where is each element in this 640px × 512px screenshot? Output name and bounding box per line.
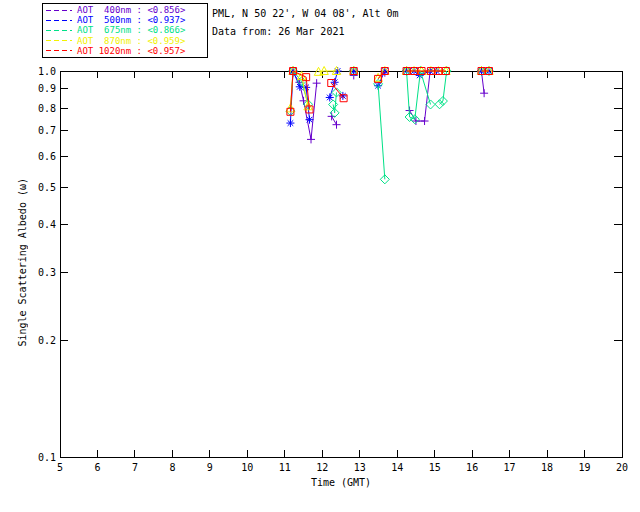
- y-axis-ticks: [60, 71, 622, 457]
- y-tick-label: 0.2: [38, 335, 56, 346]
- x-tick-label: 20: [616, 462, 628, 473]
- y-tick-label: 0.5: [38, 182, 56, 193]
- axes: [60, 71, 622, 457]
- data-point-plus: [307, 135, 315, 143]
- x-tick-label: 10: [241, 462, 253, 473]
- y-tick-label: 1.0: [38, 66, 56, 77]
- series-line: [378, 84, 385, 179]
- x-tick-label: 18: [541, 462, 553, 473]
- ssa-chart: 5678910111213141516171819201.00.90.80.70…: [0, 0, 640, 512]
- x-tick-label: 19: [579, 462, 591, 473]
- data-point-asterisk: [286, 119, 294, 127]
- x-tick-label: 17: [504, 462, 516, 473]
- y-tick-label: 0.8: [38, 103, 56, 114]
- x-tick-label: 11: [279, 462, 291, 473]
- x-tick-label: 13: [354, 462, 366, 473]
- series-aot-400nm: [289, 67, 488, 143]
- y-tick-label: 0.4: [38, 219, 56, 230]
- data-point-plus: [328, 112, 336, 120]
- y-tick-label: 0.7: [38, 125, 56, 136]
- y-axis-tick-labels: 1.00.90.80.70.60.50.40.30.20.1: [38, 66, 56, 463]
- data-point-plus: [333, 121, 341, 129]
- ssa-plot-page: AOT 400nm : <0.856>AOT 500nm : <0.937>AO…: [0, 0, 640, 512]
- series-aot-500nm: [286, 67, 493, 127]
- x-tick-label: 14: [391, 462, 403, 473]
- data-point-asterisk: [306, 116, 314, 124]
- data-point-plus: [480, 89, 488, 97]
- data-point-plus: [313, 79, 321, 87]
- y-axis-label: Single Scattering Albedo (ω): [17, 178, 28, 347]
- x-tick-label: 5: [57, 462, 63, 473]
- y-tick-label: 0.9: [38, 83, 56, 94]
- x-tick-label: 15: [429, 462, 441, 473]
- x-axis-tick-labels: 567891011121314151617181920: [57, 462, 628, 473]
- data-point-plus: [421, 117, 429, 125]
- x-tick-label: 6: [94, 462, 100, 473]
- series-aot-870nm: [286, 67, 493, 112]
- x-tick-label: 9: [207, 462, 213, 473]
- x-tick-label: 16: [466, 462, 478, 473]
- y-tick-label: 0.6: [38, 151, 56, 162]
- x-axis-ticks: [60, 71, 622, 457]
- x-tick-label: 8: [169, 462, 175, 473]
- series-aot-1020nm: [287, 68, 493, 116]
- series-line: [332, 116, 337, 124]
- x-tick-label: 12: [316, 462, 328, 473]
- y-tick-label: 0.3: [38, 267, 56, 278]
- y-tick-label: 0.1: [38, 452, 56, 463]
- x-axis-label: Time (GMT): [60, 477, 622, 488]
- x-tick-label: 7: [132, 462, 138, 473]
